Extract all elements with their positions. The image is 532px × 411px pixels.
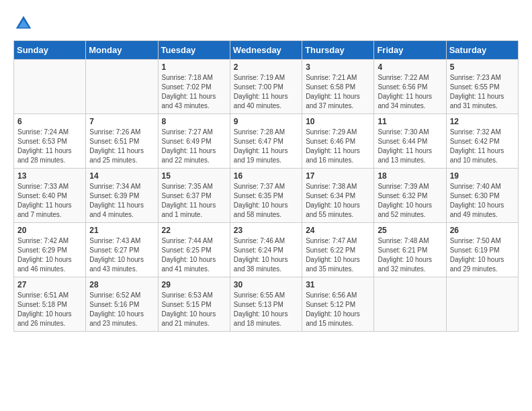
day-info: Sunrise: 7:50 AMSunset: 6:19 PMDaylight:… [450, 236, 515, 274]
day-number: 27 [17, 280, 82, 289]
header-sunday: Sunday [14, 41, 86, 60]
day-info: Sunrise: 7:48 AMSunset: 6:21 PMDaylight:… [378, 236, 442, 274]
calendar-cell: 3Sunrise: 7:21 AMSunset: 6:58 PMDaylight… [302, 60, 374, 114]
calendar-cell [14, 60, 86, 114]
day-info: Sunrise: 7:23 AMSunset: 6:55 PMDaylight:… [450, 73, 515, 111]
day-info: Sunrise: 7:37 AMSunset: 6:35 PMDaylight:… [234, 182, 298, 220]
day-info: Sunrise: 7:40 AMSunset: 6:30 PMDaylight:… [450, 182, 515, 220]
day-info: Sunrise: 7:42 AMSunset: 6:29 PMDaylight:… [17, 236, 82, 274]
day-number: 17 [306, 171, 370, 181]
day-number: 22 [162, 226, 226, 235]
calendar-cell: 12Sunrise: 7:32 AMSunset: 6:42 PMDayligh… [446, 114, 518, 169]
day-info: Sunrise: 7:27 AMSunset: 6:49 PMDaylight:… [162, 128, 226, 165]
day-info: Sunrise: 7:43 AMSunset: 6:27 PMDaylight:… [89, 236, 154, 274]
day-info: Sunrise: 6:56 AMSunset: 5:12 PMDaylight:… [306, 291, 370, 328]
calendar-cell: 5Sunrise: 7:23 AMSunset: 6:55 PMDaylight… [446, 60, 518, 114]
day-info: Sunrise: 7:21 AMSunset: 6:58 PMDaylight:… [306, 73, 370, 111]
header-thursday: Thursday [302, 41, 374, 60]
day-number: 31 [306, 280, 370, 289]
day-info: Sunrise: 7:47 AMSunset: 6:22 PMDaylight:… [306, 236, 370, 274]
day-number: 30 [234, 280, 298, 289]
calendar-cell: 13Sunrise: 7:33 AMSunset: 6:40 PMDayligh… [14, 169, 86, 223]
calendar-cell: 22Sunrise: 7:44 AMSunset: 6:25 PMDayligh… [158, 223, 230, 277]
day-info: Sunrise: 7:22 AMSunset: 6:56 PMDaylight:… [378, 73, 442, 111]
day-number: 7 [89, 117, 154, 126]
calendar-cell: 6Sunrise: 7:24 AMSunset: 6:53 PMDaylight… [14, 114, 86, 169]
day-number: 13 [17, 171, 82, 181]
calendar-header-row: SundayMondayTuesdayWednesdayThursdayFrid… [14, 41, 519, 60]
day-info: Sunrise: 7:30 AMSunset: 6:44 PMDaylight:… [378, 128, 442, 165]
day-number: 3 [306, 62, 370, 72]
day-number: 9 [234, 117, 298, 126]
day-number: 5 [450, 62, 515, 72]
calendar-table: SundayMondayTuesdayWednesdayThursdayFrid… [13, 40, 519, 332]
calendar-cell: 24Sunrise: 7:47 AMSunset: 6:22 PMDayligh… [302, 223, 374, 277]
calendar-cell: 9Sunrise: 7:28 AMSunset: 6:47 PMDaylight… [230, 114, 302, 169]
day-number: 2 [234, 62, 298, 72]
calendar-week-2: 6Sunrise: 7:24 AMSunset: 6:53 PMDaylight… [14, 114, 519, 169]
day-number: 14 [89, 171, 154, 181]
day-number: 6 [17, 117, 82, 126]
day-info: Sunrise: 7:34 AMSunset: 6:39 PMDaylight:… [89, 182, 154, 220]
day-number: 10 [306, 117, 370, 126]
day-number: 4 [378, 62, 442, 72]
day-number: 20 [17, 226, 82, 235]
calendar-week-3: 13Sunrise: 7:33 AMSunset: 6:40 PMDayligh… [14, 169, 519, 223]
header-friday: Friday [374, 41, 446, 60]
day-info: Sunrise: 7:26 AMSunset: 6:51 PMDaylight:… [89, 128, 154, 165]
day-info: Sunrise: 7:18 AMSunset: 7:02 PMDaylight:… [162, 73, 226, 111]
calendar-cell: 2Sunrise: 7:19 AMSunset: 7:00 PMDaylight… [230, 60, 302, 114]
day-number: 24 [306, 226, 370, 235]
day-info: Sunrise: 7:46 AMSunset: 6:24 PMDaylight:… [234, 236, 298, 274]
day-number: 1 [162, 62, 226, 72]
header-wednesday: Wednesday [230, 41, 302, 60]
day-info: Sunrise: 6:55 AMSunset: 5:13 PMDaylight:… [234, 291, 298, 328]
calendar-cell [374, 277, 446, 332]
calendar-cell: 7Sunrise: 7:26 AMSunset: 6:51 PMDaylight… [86, 114, 158, 169]
day-number: 11 [378, 117, 442, 126]
calendar-cell: 4Sunrise: 7:22 AMSunset: 6:56 PMDaylight… [374, 60, 446, 114]
day-info: Sunrise: 7:35 AMSunset: 6:37 PMDaylight:… [162, 182, 226, 220]
day-number: 26 [450, 226, 515, 235]
calendar-cell: 26Sunrise: 7:50 AMSunset: 6:19 PMDayligh… [446, 223, 518, 277]
calendar-cell: 1Sunrise: 7:18 AMSunset: 7:02 PMDaylight… [158, 60, 230, 114]
day-info: Sunrise: 7:28 AMSunset: 6:47 PMDaylight:… [234, 128, 298, 165]
day-info: Sunrise: 6:53 AMSunset: 5:15 PMDaylight:… [162, 291, 226, 328]
day-number: 29 [162, 280, 226, 289]
day-number: 21 [89, 226, 154, 235]
day-number: 15 [162, 171, 226, 181]
day-number: 23 [234, 226, 298, 235]
calendar-cell: 17Sunrise: 7:38 AMSunset: 6:34 PMDayligh… [302, 169, 374, 223]
day-number: 12 [450, 117, 515, 126]
day-info: Sunrise: 7:33 AMSunset: 6:40 PMDaylight:… [17, 182, 82, 220]
day-info: Sunrise: 7:38 AMSunset: 6:34 PMDaylight:… [306, 182, 370, 220]
calendar-cell [86, 60, 158, 114]
calendar-cell: 31Sunrise: 6:56 AMSunset: 5:12 PMDayligh… [302, 277, 374, 332]
calendar-cell [446, 277, 518, 332]
day-info: Sunrise: 7:39 AMSunset: 6:32 PMDaylight:… [378, 182, 442, 220]
day-info: Sunrise: 7:44 AMSunset: 6:25 PMDaylight:… [162, 236, 226, 274]
logo [13, 13, 38, 34]
calendar-cell: 29Sunrise: 6:53 AMSunset: 5:15 PMDayligh… [158, 277, 230, 332]
calendar-cell: 10Sunrise: 7:29 AMSunset: 6:46 PMDayligh… [302, 114, 374, 169]
calendar-cell: 20Sunrise: 7:42 AMSunset: 6:29 PMDayligh… [14, 223, 86, 277]
calendar-cell: 18Sunrise: 7:39 AMSunset: 6:32 PMDayligh… [374, 169, 446, 223]
calendar-cell: 27Sunrise: 6:51 AMSunset: 5:18 PMDayligh… [14, 277, 86, 332]
calendar-cell: 16Sunrise: 7:37 AMSunset: 6:35 PMDayligh… [230, 169, 302, 223]
header-saturday: Saturday [446, 41, 518, 60]
day-number: 19 [450, 171, 515, 181]
day-number: 28 [89, 280, 154, 289]
calendar-cell: 28Sunrise: 6:52 AMSunset: 5:16 PMDayligh… [86, 277, 158, 332]
calendar-cell: 25Sunrise: 7:48 AMSunset: 6:21 PMDayligh… [374, 223, 446, 277]
header-monday: Monday [86, 41, 158, 60]
day-info: Sunrise: 7:19 AMSunset: 7:00 PMDaylight:… [234, 73, 298, 111]
day-number: 25 [378, 226, 442, 235]
page-header [13, 13, 519, 34]
calendar-cell: 11Sunrise: 7:30 AMSunset: 6:44 PMDayligh… [374, 114, 446, 169]
day-info: Sunrise: 6:52 AMSunset: 5:16 PMDaylight:… [89, 291, 154, 328]
calendar-week-5: 27Sunrise: 6:51 AMSunset: 5:18 PMDayligh… [14, 277, 519, 332]
calendar-week-4: 20Sunrise: 7:42 AMSunset: 6:29 PMDayligh… [14, 223, 519, 277]
calendar-cell: 30Sunrise: 6:55 AMSunset: 5:13 PMDayligh… [230, 277, 302, 332]
day-info: Sunrise: 7:29 AMSunset: 6:46 PMDaylight:… [306, 128, 370, 165]
logo-icon [13, 13, 34, 34]
